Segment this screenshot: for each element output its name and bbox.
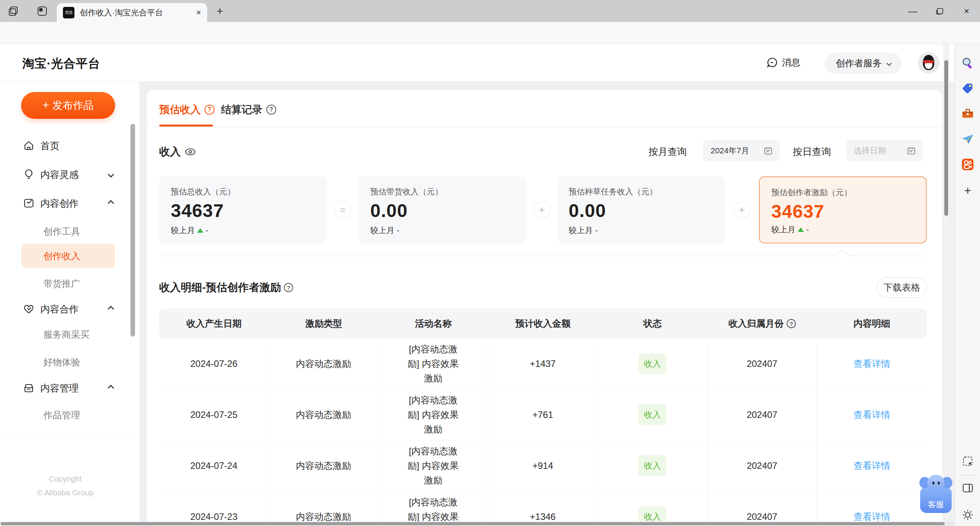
copyright-text: Copyright © Alibaba Group <box>0 472 130 500</box>
new-tab-button[interactable]: + <box>214 5 226 17</box>
minimize-button[interactable]: — <box>899 0 926 22</box>
card-goods-income[interactable]: 预估带货收入（元） 0.00 较上月- <box>359 176 526 243</box>
col-header-month: 收入归属月份? <box>708 317 817 330</box>
trend-up-icon <box>197 228 203 233</box>
day-query-label: 按日查询 <box>793 145 831 158</box>
status-badge: 收入 <box>638 455 666 476</box>
edit-doc-icon <box>23 197 35 209</box>
sidebar-item-creation-tools[interactable]: 创作工具 <box>0 223 130 240</box>
creator-service-label: 创作者服务 <box>836 57 882 69</box>
tabs-divider <box>147 127 942 127</box>
col-header-status: 状态 <box>598 317 708 330</box>
workspaces-icon[interactable] <box>8 5 19 17</box>
status-badge: 收入 <box>638 404 666 425</box>
tab-title: 创作收入·淘宝光合平台 <box>80 7 196 18</box>
sidebar-item-management[interactable]: 内容管理 <box>0 378 130 398</box>
home-icon <box>23 140 35 151</box>
sidebar-item-creation-income-active[interactable]: 创作收入 <box>21 243 115 268</box>
tab-estimated-income[interactable]: 预估收入 ? <box>159 103 214 117</box>
paper-plane-icon[interactable] <box>960 132 975 147</box>
caret-notch <box>836 249 850 263</box>
main-panel: 预估收入 ? 结算记录 ? 收入 按月查询 按日查询 预估总收入（元） 3463… <box>147 90 942 526</box>
table-row: 2024-07-23 内容动态激励 [内容动态激励] 内容效果激励 +1346 … <box>159 491 927 526</box>
browser-toolbar: https://creator.guanghe.taobao.com/page/… <box>0 22 980 44</box>
toolbox-icon[interactable] <box>960 106 975 122</box>
card-creator-incentive-selected[interactable]: 预估创作者激励（元） 34637 较上月- <box>759 176 927 243</box>
chevron-up-icon <box>108 306 114 312</box>
view-details-link[interactable]: 查看详情 <box>853 408 890 422</box>
sidebar-item-inspiration[interactable]: 内容灵感 <box>0 165 130 184</box>
table-row: 2024-07-24 内容动态激励 [内容动态激励] 内容效果激励 +914 收… <box>159 441 927 491</box>
customer-service-button[interactable]: 客服 <box>920 475 952 513</box>
calendar-icon[interactable] <box>907 146 916 155</box>
sidebar: + 发布作品 首页 内容灵感 内容创作 创作工具 创作收入 带货推广 内容合作 <box>0 82 139 526</box>
help-icon[interactable]: ? <box>787 319 796 328</box>
rail-divider <box>960 475 975 475</box>
chevron-up-icon <box>108 200 114 207</box>
archive-box-icon <box>23 382 35 394</box>
message-icon <box>767 57 778 68</box>
active-tab-underline <box>159 125 213 127</box>
chevron-down-icon <box>886 61 892 66</box>
site-logo[interactable]: 淘宝·光合平台 <box>22 56 100 72</box>
gear-icon[interactable] <box>960 507 975 523</box>
sidebar-scrollbar[interactable] <box>130 124 135 337</box>
card-task-income[interactable]: 预估种草任务收入（元） 0.00 较上月- <box>557 176 725 243</box>
sidebar-item-goods-experience[interactable]: 好物体验 <box>0 353 130 371</box>
col-header-type: 激励类型 <box>269 317 379 330</box>
status-badge: 收入 <box>638 353 666 374</box>
search-icon[interactable] <box>960 56 975 71</box>
view-details-link[interactable]: 查看详情 <box>853 357 890 371</box>
sidebar-item-promotion[interactable]: 带货推广 <box>0 275 130 293</box>
sidebar-item-cooperation[interactable]: 内容合作 <box>0 299 130 319</box>
close-window-button[interactable]: × <box>953 0 980 22</box>
section-divider <box>159 256 927 256</box>
chevron-down-icon <box>108 171 114 178</box>
tab-settlement-records[interactable]: 结算记录 ? <box>221 103 276 117</box>
messages-button[interactable]: 消息 <box>767 56 800 69</box>
screenshot-icon[interactable] <box>960 454 975 469</box>
kuaishou-icon[interactable] <box>960 157 975 172</box>
col-header-date: 收入产生日期 <box>159 317 269 330</box>
calendar-icon[interactable] <box>764 146 773 155</box>
horizontal-scrollbar-thumb[interactable] <box>1 522 945 525</box>
user-avatar[interactable] <box>918 52 939 74</box>
table-row: 2024-07-26 内容动态激励 [内容动态激励] 内容效果激励 +1437 … <box>159 339 927 390</box>
plus-operator: + <box>733 201 750 218</box>
sidebar-item-creation[interactable]: 内容创作 <box>0 194 130 213</box>
income-section-title: 收入 <box>159 145 196 159</box>
sidebar-divider <box>0 437 139 437</box>
browser-titlebar: 光合 创作收入·淘宝光合平台 × + — × <box>0 0 980 22</box>
browser-tab[interactable]: 光合 创作收入·淘宝光合平台 × <box>57 3 207 22</box>
eye-icon[interactable] <box>185 148 196 156</box>
tab-close-icon[interactable]: × <box>196 8 201 18</box>
window-controls: — × <box>899 0 980 22</box>
view-details-link[interactable]: 查看详情 <box>853 459 890 473</box>
publish-work-label: 发布作品 <box>52 99 94 112</box>
sidebar-toggle-icon[interactable] <box>960 480 975 496</box>
sidebar-item-service-purchase[interactable]: 服务商采买 <box>0 326 130 344</box>
detail-section-title: 收入明细-预估创作者激励 ? <box>159 280 293 295</box>
table-row: 2024-07-25 内容动态激励 [内容动态激励] 内容效果激励 +761 收… <box>159 390 927 441</box>
download-table-button[interactable]: 下载表格 <box>877 277 927 298</box>
maximize-button[interactable] <box>926 0 953 22</box>
col-header-amount: 预计收入金额 <box>488 317 598 330</box>
income-table: 收入产生日期 激励类型 活动名称 预计收入金额 状态 收入归属月份? 内容明细 … <box>159 309 927 526</box>
page-scrollbar-thumb[interactable] <box>944 60 948 216</box>
shopping-tag-icon[interactable] <box>960 81 975 96</box>
edge-sidebar: + <box>954 44 980 526</box>
tab-actions-icon[interactable] <box>36 5 48 17</box>
site-favicon: 光合 <box>63 7 74 18</box>
help-icon[interactable]: ? <box>284 283 293 292</box>
publish-work-button[interactable]: + 发布作品 <box>21 92 115 119</box>
col-header-activity: 活动名称 <box>378 317 488 330</box>
sidebar-item-works-management[interactable]: 作品管理 <box>0 406 130 424</box>
add-sidebar-item-icon[interactable]: + <box>960 183 975 198</box>
card-total-income[interactable]: 预估总收入（元） 34637 较上月- <box>159 176 327 243</box>
help-icon[interactable]: ? <box>266 105 276 115</box>
creator-service-dropdown[interactable]: 创作者服务 <box>825 53 902 74</box>
sidebar-item-home[interactable]: 首页 <box>0 136 130 155</box>
month-query-label: 按月查询 <box>648 145 687 158</box>
help-icon[interactable]: ? <box>205 105 214 115</box>
customer-service-label: 客服 <box>920 499 952 510</box>
